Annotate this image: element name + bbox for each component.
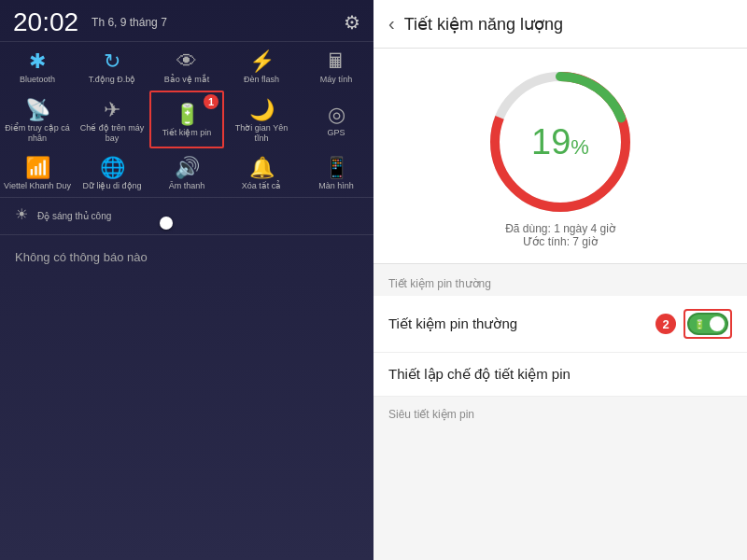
qs-hotspot-label: Điểm truy cập cá nhân — [4, 123, 71, 144]
qs-hotspot[interactable]: 📡 Điểm truy cập cá nhân — [0, 91, 75, 149]
section1-header: Tiết kiệm pin thường — [374, 264, 747, 296]
qs-clear-all[interactable]: 🔔 Xóa tất cả — [224, 148, 299, 197]
date: Th 6, 9 tháng 7 — [92, 16, 167, 29]
eye-icon: 👁 — [176, 51, 197, 72]
clock: 20:02 — [13, 7, 78, 37]
toggle-battery-icon: 🔋 — [694, 319, 705, 329]
qs-clear-label: Xóa tất cả — [242, 181, 282, 191]
bluetooth-icon: ✱ — [29, 51, 46, 72]
qs-quiet-time[interactable]: 🌙 Thời gian Yên tĩnh — [224, 91, 299, 149]
sound-icon: 🔊 — [175, 158, 200, 178]
qs-sync-label: T.động Đ.bộ — [89, 75, 136, 85]
battery-estimate-text: Ước tính: 7 giờ — [505, 235, 615, 248]
battery-circle: 19% — [486, 67, 635, 217]
status-bar: 20:02 Th 6, 9 tháng 7 ⚙ — [0, 0, 374, 41]
brightness-icon: ☀ — [15, 207, 28, 222]
left-panel: 20:02 Th 6, 9 tháng 7 ⚙ ✱ Bluetooth ↻ T.… — [0, 0, 374, 560]
qs-wifi[interactable]: 📶 Viettel Khanh Duy — [0, 148, 75, 197]
qs-data[interactable]: 🌐 Dữ liệu di động — [75, 148, 149, 197]
qs-flash-label: Đèn flash — [244, 75, 279, 85]
quiet-icon: 🌙 — [249, 100, 275, 120]
qs-calc-label: Máy tính — [320, 75, 353, 85]
qs-sound-label: Âm thanh — [169, 181, 205, 191]
qs-quiet-label: Thời gian Yên tĩnh — [228, 123, 295, 144]
qs-gps[interactable]: ◎ GPS — [299, 91, 374, 149]
qs-battery-label: Tiết kiệm pin — [162, 128, 212, 138]
data-icon: 🌐 — [100, 158, 125, 178]
qs-airplane[interactable]: ✈ Chế độ trên máy bay — [75, 91, 149, 149]
settings-icon[interactable]: ⚙ — [344, 11, 360, 34]
qs-bluetooth-label: Bluetooth — [20, 75, 55, 85]
qs-screen[interactable]: 📱 Màn hình — [299, 148, 374, 197]
battery-circle-section: 19% Đã dùng: 1 ngày 4 giờ Ước tính: 7 gi… — [374, 49, 747, 264]
section2-header: Siêu tiết kiệm pin — [374, 397, 747, 425]
right-panel: ‹ Tiết kiệm năng lượng 19% Đã dùng: 1 ng… — [374, 0, 747, 560]
toggle-thumb — [710, 316, 725, 331]
gps-icon: ◎ — [328, 105, 345, 125]
clear-icon: 🔔 — [249, 158, 275, 178]
qs-screen-label: Màn hình — [318, 181, 354, 191]
qs-bluetooth[interactable]: ✱ Bluetooth — [0, 42, 75, 91]
step-2-badge: 2 — [655, 314, 676, 334]
back-button[interactable]: ‹ — [388, 13, 395, 35]
page-title: Tiết kiệm năng lượng — [404, 14, 563, 35]
percent-sign: % — [571, 135, 589, 159]
qs-sound[interactable]: 🔊 Âm thanh — [149, 148, 224, 197]
flash-icon: ⚡ — [249, 51, 275, 72]
qs-sync[interactable]: ↻ T.động Đ.bộ — [75, 42, 149, 91]
sync-icon: ↻ — [104, 51, 120, 72]
qs-gps-label: GPS — [327, 128, 345, 138]
battery-percent-display: 19% — [531, 124, 589, 160]
qs-eye-care[interactable]: 👁 Bảo vệ mắt — [149, 42, 224, 91]
brightness-row: ☀ Độ sáng thủ công — [0, 198, 374, 235]
brightness-label: Độ sáng thủ công — [37, 211, 359, 221]
step-1-badge: 1 — [204, 94, 218, 109]
battery-info: Đã dùng: 1 ngày 4 giờ Ước tính: 7 giờ — [505, 222, 615, 248]
brightness-thumb[interactable] — [160, 217, 173, 230]
battery-saver-icon: 🔋 — [175, 105, 200, 125]
qs-data-label: Dữ liệu di động — [82, 181, 141, 191]
qs-battery-saver[interactable]: 🔋 Tiết kiệm pin 1 — [149, 91, 224, 149]
qs-wifi-label: Viettel Khanh Duy — [4, 181, 71, 191]
battery-mode-setup-row[interactable]: Thiết lập chế độ tiết kiệm pin — [374, 353, 747, 397]
qs-eye-label: Bảo vệ mắt — [164, 75, 210, 85]
wifi-icon: 📶 — [25, 158, 50, 178]
battery-used-text: Đã dùng: 1 ngày 4 giờ — [505, 222, 615, 235]
qs-airplane-label: Chế độ trên máy bay — [78, 123, 146, 144]
quick-settings-grid: ✱ Bluetooth ↻ T.động Đ.bộ 👁 Bảo vệ mắt ⚡… — [0, 41, 374, 198]
toggle-highlight-box: 🔋 — [684, 309, 732, 339]
airplane-icon: ✈ — [104, 100, 120, 120]
battery-value: 19 — [531, 122, 571, 161]
battery-saver-toggle[interactable]: 🔋 — [687, 313, 728, 335]
qs-flash[interactable]: ⚡ Đèn flash — [224, 42, 299, 91]
battery-saver-normal-label: Tiết kiệm pin thường — [388, 315, 655, 332]
calculator-icon: 🖩 — [326, 51, 346, 72]
battery-mode-setup-label: Thiết lập chế độ tiết kiệm pin — [388, 366, 732, 383]
battery-saver-normal-row: Tiết kiệm pin thường 2 🔋 — [374, 296, 747, 353]
no-notification-text: Không có thông báo nào — [0, 235, 374, 279]
right-header: ‹ Tiết kiệm năng lượng — [374, 0, 747, 49]
screen-icon: 📱 — [324, 158, 349, 178]
hotspot-icon: 📡 — [25, 100, 50, 120]
qs-calculator[interactable]: 🖩 Máy tính — [299, 42, 374, 91]
